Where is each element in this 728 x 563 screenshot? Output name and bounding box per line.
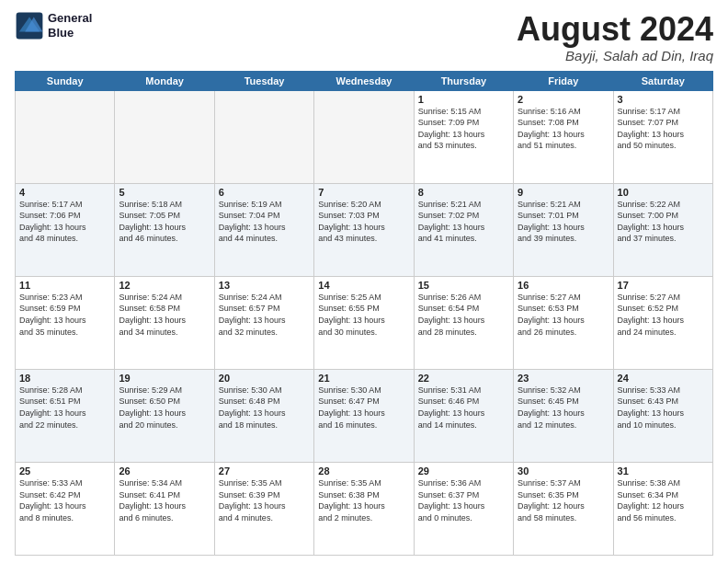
day-number: 3 (618, 94, 709, 105)
day-number: 8 (418, 187, 509, 198)
logo-text: General Blue (48, 11, 92, 40)
day-number: 4 (19, 187, 110, 198)
day-info: Sunrise: 5:24 AM Sunset: 6:58 PM Dayligh… (119, 292, 210, 338)
day-info: Sunrise: 5:16 AM Sunset: 7:08 PM Dayligh… (518, 106, 609, 152)
calendar-cell: 12Sunrise: 5:24 AM Sunset: 6:58 PM Dayli… (115, 276, 214, 369)
day-info: Sunrise: 5:33 AM Sunset: 6:42 PM Dayligh… (19, 477, 110, 523)
location: Bayji, Salah ad Din, Iraq (517, 48, 713, 63)
day-info: Sunrise: 5:21 AM Sunset: 7:01 PM Dayligh… (518, 199, 609, 245)
calendar-week-row: 4Sunrise: 5:17 AM Sunset: 7:06 PM Daylig… (16, 183, 713, 276)
day-number: 17 (618, 280, 709, 291)
day-number: 21 (318, 373, 409, 384)
calendar-header-row: SundayMondayTuesdayWednesdayThursdayFrid… (16, 71, 713, 90)
day-number: 22 (418, 373, 509, 384)
day-number: 20 (219, 373, 310, 384)
calendar-cell: 17Sunrise: 5:27 AM Sunset: 6:52 PM Dayli… (613, 276, 712, 369)
day-number: 19 (119, 373, 210, 384)
day-number: 29 (418, 465, 509, 477)
calendar-week-row: 11Sunrise: 5:23 AM Sunset: 6:59 PM Dayli… (16, 276, 713, 369)
calendar-cell (314, 90, 414, 183)
calendar-table: SundayMondayTuesdayWednesdayThursdayFrid… (15, 71, 713, 556)
day-number: 30 (518, 465, 609, 477)
calendar-cell: 20Sunrise: 5:30 AM Sunset: 6:48 PM Dayli… (214, 369, 313, 462)
calendar-cell: 19Sunrise: 5:29 AM Sunset: 6:50 PM Dayli… (115, 369, 214, 462)
day-number: 25 (19, 465, 110, 477)
day-info: Sunrise: 5:30 AM Sunset: 6:47 PM Dayligh… (318, 385, 409, 431)
calendar-cell: 5Sunrise: 5:18 AM Sunset: 7:05 PM Daylig… (115, 183, 214, 276)
day-number: 13 (219, 280, 310, 291)
calendar-cell: 23Sunrise: 5:32 AM Sunset: 6:45 PM Dayli… (514, 369, 613, 462)
day-info: Sunrise: 5:28 AM Sunset: 6:51 PM Dayligh… (19, 385, 110, 431)
calendar-cell: 14Sunrise: 5:25 AM Sunset: 6:55 PM Dayli… (314, 276, 414, 369)
calendar-cell: 8Sunrise: 5:21 AM Sunset: 7:02 PM Daylig… (414, 183, 513, 276)
day-number: 23 (518, 373, 609, 384)
day-info: Sunrise: 5:25 AM Sunset: 6:55 PM Dayligh… (318, 292, 409, 338)
day-header-thursday: Thursday (414, 71, 513, 90)
day-info: Sunrise: 5:27 AM Sunset: 6:52 PM Dayligh… (618, 292, 709, 338)
day-info: Sunrise: 5:23 AM Sunset: 6:59 PM Dayligh… (19, 292, 110, 338)
day-header-tuesday: Tuesday (214, 71, 313, 90)
day-number: 7 (318, 187, 409, 198)
calendar-cell (115, 90, 214, 183)
day-number: 27 (219, 465, 310, 477)
calendar-cell: 15Sunrise: 5:26 AM Sunset: 6:54 PM Dayli… (414, 276, 513, 369)
day-info: Sunrise: 5:21 AM Sunset: 7:02 PM Dayligh… (418, 199, 509, 245)
day-info: Sunrise: 5:26 AM Sunset: 6:54 PM Dayligh… (418, 292, 509, 338)
calendar-week-row: 25Sunrise: 5:33 AM Sunset: 6:42 PM Dayli… (16, 462, 713, 555)
calendar-cell: 31Sunrise: 5:38 AM Sunset: 6:34 PM Dayli… (613, 462, 712, 555)
day-number: 12 (119, 280, 210, 291)
calendar-cell: 11Sunrise: 5:23 AM Sunset: 6:59 PM Dayli… (16, 276, 115, 369)
day-info: Sunrise: 5:30 AM Sunset: 6:48 PM Dayligh… (219, 385, 310, 431)
day-number: 1 (418, 94, 509, 105)
calendar-cell (214, 90, 313, 183)
day-number: 14 (318, 280, 409, 291)
day-number: 10 (618, 187, 709, 198)
calendar-cell: 7Sunrise: 5:20 AM Sunset: 7:03 PM Daylig… (314, 183, 414, 276)
day-info: Sunrise: 5:19 AM Sunset: 7:04 PM Dayligh… (219, 199, 310, 245)
day-header-saturday: Saturday (613, 71, 712, 90)
calendar-cell: 1Sunrise: 5:15 AM Sunset: 7:09 PM Daylig… (414, 90, 513, 183)
calendar-cell: 21Sunrise: 5:30 AM Sunset: 6:47 PM Dayli… (314, 369, 414, 462)
day-number: 31 (618, 465, 709, 477)
calendar-cell: 2Sunrise: 5:16 AM Sunset: 7:08 PM Daylig… (514, 90, 613, 183)
calendar-week-row: 18Sunrise: 5:28 AM Sunset: 6:51 PM Dayli… (16, 369, 713, 462)
day-info: Sunrise: 5:15 AM Sunset: 7:09 PM Dayligh… (418, 106, 509, 152)
day-info: Sunrise: 5:20 AM Sunset: 7:03 PM Dayligh… (318, 199, 409, 245)
calendar-cell: 4Sunrise: 5:17 AM Sunset: 7:06 PM Daylig… (16, 183, 115, 276)
day-number: 11 (19, 280, 110, 291)
day-number: 26 (119, 465, 210, 477)
day-number: 5 (119, 187, 210, 198)
day-info: Sunrise: 5:22 AM Sunset: 7:00 PM Dayligh… (618, 199, 709, 245)
calendar-cell: 16Sunrise: 5:27 AM Sunset: 6:53 PM Dayli… (514, 276, 613, 369)
logo-icon (15, 11, 44, 40)
day-number: 16 (518, 280, 609, 291)
day-number: 28 (318, 465, 409, 477)
day-number: 6 (219, 187, 310, 198)
day-info: Sunrise: 5:17 AM Sunset: 7:06 PM Dayligh… (19, 199, 110, 245)
calendar-cell: 22Sunrise: 5:31 AM Sunset: 6:46 PM Dayli… (414, 369, 513, 462)
day-number: 24 (618, 373, 709, 384)
month-title: August 2024 (517, 11, 713, 48)
day-info: Sunrise: 5:35 AM Sunset: 6:39 PM Dayligh… (219, 477, 310, 523)
calendar-cell: 3Sunrise: 5:17 AM Sunset: 7:07 PM Daylig… (613, 90, 712, 183)
day-info: Sunrise: 5:29 AM Sunset: 6:50 PM Dayligh… (119, 385, 210, 431)
day-info: Sunrise: 5:36 AM Sunset: 6:37 PM Dayligh… (418, 477, 509, 523)
page: General Blue August 2024 Bayji, Salah ad… (0, 0, 728, 563)
calendar-cell: 6Sunrise: 5:19 AM Sunset: 7:04 PM Daylig… (214, 183, 313, 276)
day-number: 2 (518, 94, 609, 105)
day-info: Sunrise: 5:32 AM Sunset: 6:45 PM Dayligh… (518, 385, 609, 431)
day-number: 15 (418, 280, 509, 291)
day-info: Sunrise: 5:35 AM Sunset: 6:38 PM Dayligh… (318, 477, 409, 523)
day-number: 18 (19, 373, 110, 384)
calendar-cell: 27Sunrise: 5:35 AM Sunset: 6:39 PM Dayli… (214, 462, 313, 555)
calendar-cell: 9Sunrise: 5:21 AM Sunset: 7:01 PM Daylig… (514, 183, 613, 276)
day-info: Sunrise: 5:24 AM Sunset: 6:57 PM Dayligh… (219, 292, 310, 338)
calendar-cell: 25Sunrise: 5:33 AM Sunset: 6:42 PM Dayli… (16, 462, 115, 555)
day-info: Sunrise: 5:17 AM Sunset: 7:07 PM Dayligh… (618, 106, 709, 152)
title-block: August 2024 Bayji, Salah ad Din, Iraq (517, 11, 713, 63)
day-number: 9 (518, 187, 609, 198)
calendar-cell: 10Sunrise: 5:22 AM Sunset: 7:00 PM Dayli… (613, 183, 712, 276)
header: General Blue August 2024 Bayji, Salah ad… (15, 11, 713, 63)
day-info: Sunrise: 5:31 AM Sunset: 6:46 PM Dayligh… (418, 385, 509, 431)
day-info: Sunrise: 5:27 AM Sunset: 6:53 PM Dayligh… (518, 292, 609, 338)
